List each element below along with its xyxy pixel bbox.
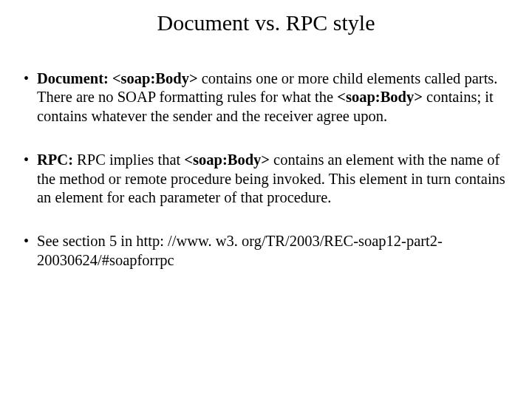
bullet-lead: RPC: <box>37 151 73 168</box>
soap-body-tag: <soap:Body> <box>184 151 270 168</box>
bullet-list: Document: <soap:Body> contains one or mo… <box>18 69 514 270</box>
bullet-lead: Document: <box>37 70 109 86</box>
text: See section 5 in http: //www. w3. org/TR… <box>37 233 443 267</box>
soap-body-tag: <soap:Body> <box>112 70 198 86</box>
soap-body-tag: <soap:Body> <box>337 89 423 105</box>
bullet-item-document: Document: <soap:Body> contains one or mo… <box>21 69 514 126</box>
text: RPC implies that <box>73 151 184 168</box>
slide-title: Document vs. RPC style <box>18 10 514 35</box>
bullet-item-reference: See section 5 in http: //www. w3. org/TR… <box>21 232 514 270</box>
bullet-item-rpc: RPC: RPC implies that <soap:Body> contai… <box>21 151 514 207</box>
slide: Document vs. RPC style Document: <soap:B… <box>0 0 532 399</box>
